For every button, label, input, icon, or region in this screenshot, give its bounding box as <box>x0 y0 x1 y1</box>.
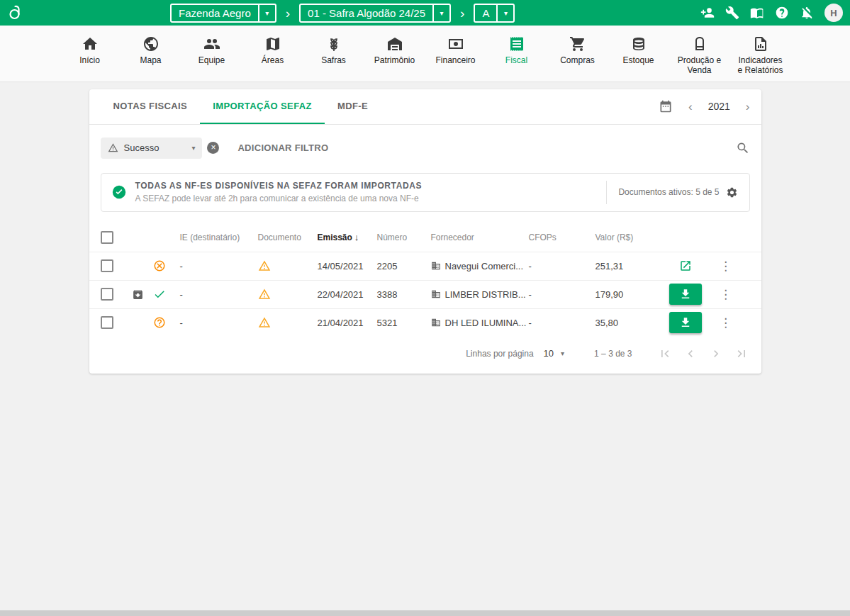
cell-cfops: - <box>529 289 595 300</box>
table-footer: Linhas por página 10 ▾ 1 – 3 de 3 <box>89 337 761 372</box>
select-all-checkbox[interactable] <box>101 231 113 244</box>
pagination-controls <box>658 347 749 361</box>
nav-item-producao-venda[interactable]: Produção e Venda <box>674 35 725 76</box>
rows-per-page-caret-icon[interactable]: ▾ <box>561 349 564 357</box>
notifications-off-button[interactable] <box>800 6 814 20</box>
tab-mdfe[interactable]: MDF-E <box>325 89 381 124</box>
header-valor: Valor (R$) <box>595 233 659 242</box>
previous-page-button[interactable] <box>683 347 698 361</box>
invite-user-button[interactable] <box>700 6 715 20</box>
tab-importacao-sefaz[interactable]: IMPORTAÇÃO SEFAZ <box>200 89 325 124</box>
table-row: - 22/04/2021 3388 LIMBER DISTRIB... - 17… <box>89 280 761 308</box>
calendar-icon[interactable] <box>659 99 673 113</box>
knowledge-base-button[interactable] <box>750 6 764 20</box>
filter-bar: Sucesso ▾ × ADICIONAR FILTRO <box>89 125 761 169</box>
farm-selector-value: Fazenda Aegro <box>172 5 258 21</box>
cell-numero: 3388 <box>377 289 431 300</box>
cell-ie: - <box>180 318 258 328</box>
cell-emissao: 22/04/2021 <box>318 289 377 300</box>
header-numero: Número <box>377 233 431 242</box>
tools-button[interactable] <box>725 6 739 20</box>
nav-item-estoque[interactable]: Estoque <box>613 35 664 76</box>
nav-item-mapa[interactable]: Mapa <box>125 35 177 76</box>
nav-item-indicadores[interactable]: Indicadores e Relatórios <box>735 35 786 76</box>
status-filter-value: Sucesso <box>124 142 160 153</box>
tab-notas-fiscais[interactable]: NOTAS FISCAIS <box>101 89 201 124</box>
header-documento: Documento <box>258 233 318 242</box>
user-avatar[interactable]: H <box>824 4 843 22</box>
add-filter-button[interactable]: ADICIONAR FILTRO <box>237 142 328 153</box>
selected-year: 2021 <box>708 101 730 112</box>
silo-icon <box>691 35 708 52</box>
rows-per-page-value[interactable]: 10 <box>544 348 554 359</box>
clear-filter-button[interactable]: × <box>207 142 219 154</box>
cell-numero: 2205 <box>377 261 431 271</box>
cell-valor: 179,90 <box>595 289 659 300</box>
nav-item-equipe[interactable]: Equipe <box>186 35 237 76</box>
gear-icon[interactable] <box>726 186 738 198</box>
header-fornecedor: Fornecedor <box>431 233 529 242</box>
nav-item-inicio[interactable]: Início <box>65 35 116 76</box>
harvest-selector-value: 01 - Safra Algodão 24/25 <box>301 5 432 21</box>
more-options-icon[interactable]: ⋮ <box>720 315 732 330</box>
cell-cfops: - <box>529 261 595 271</box>
archived-icon <box>132 289 153 301</box>
warning-icon <box>108 142 118 153</box>
wheat-icon <box>325 35 342 52</box>
home-icon <box>82 35 99 52</box>
search-icon[interactable] <box>736 141 750 155</box>
row-checkbox[interactable] <box>101 259 113 272</box>
cell-emissao: 21/04/2021 <box>318 318 377 328</box>
nav-item-financeiro[interactable]: Financeiro <box>430 35 481 76</box>
first-page-button[interactable] <box>658 347 672 361</box>
report-icon <box>752 35 769 52</box>
table-row: - 21/04/2021 5321 DH LED ILUMINA... - 35… <box>89 308 761 337</box>
module-nav: Início Mapa Equipe Áreas Safras Patrimôn… <box>0 26 850 82</box>
chip-caret-down-icon: ▾ <box>191 144 195 152</box>
more-options-icon[interactable]: ⋮ <box>720 287 732 302</box>
nav-item-patrimonio[interactable]: Patrimônio <box>369 35 420 76</box>
status-filter-chip[interactable]: Sucesso ▾ <box>101 138 203 159</box>
cell-fornecedor: Navegui Comerci... <box>431 261 529 271</box>
cell-ie: - <box>180 261 258 271</box>
previous-year-button[interactable]: ‹ <box>688 101 693 113</box>
nav-item-compras[interactable]: Compras <box>552 35 603 76</box>
next-page-button[interactable] <box>709 347 723 361</box>
pagination-range: 1 – 3 de 3 <box>594 349 632 359</box>
help-button[interactable] <box>775 6 789 20</box>
nav-item-fiscal[interactable]: Fiscal <box>491 35 542 76</box>
row-checkbox[interactable] <box>101 316 113 329</box>
field-selector[interactable]: A ▾ <box>474 4 515 23</box>
nav-item-safras[interactable]: Safras <box>308 35 359 76</box>
nav-item-areas[interactable]: Áreas <box>247 35 298 76</box>
cell-ie: - <box>180 289 258 300</box>
horizontal-scrollbar[interactable] <box>0 610 850 616</box>
building-icon <box>431 318 441 327</box>
header-emissao[interactable]: Emissão ↓ <box>318 232 377 242</box>
fiscal-card: NOTAS FISCAIS IMPORTAÇÃO SEFAZ MDF-E ‹ 2… <box>89 89 761 374</box>
table-header: IE (destinatário) Documento Emissão ↓ Nú… <box>89 223 761 252</box>
farm-selector[interactable]: Fazenda Aegro ▾ <box>170 4 276 23</box>
banner-title: TODAS AS NF-ES DISPONÍVEIS NA SEFAZ FORA… <box>135 181 423 191</box>
harvest-selector[interactable]: 01 - Safra Algodão 24/25 ▾ <box>299 4 451 23</box>
row-checkbox[interactable] <box>101 288 113 301</box>
document-warning-icon <box>258 259 318 272</box>
harvest-caret-down-icon: ▾ <box>432 5 449 21</box>
receipt-icon <box>508 35 525 52</box>
open-document-button[interactable] <box>679 259 692 272</box>
active-documents: Documentos ativos: 5 de 5 <box>606 181 739 204</box>
building-icon <box>431 261 441 271</box>
last-page-button[interactable] <box>734 347 749 361</box>
field-caret-down-icon: ▾ <box>496 5 513 21</box>
download-button[interactable] <box>669 284 702 305</box>
context-selectors: Fazenda Aegro ▾ › 01 - Safra Algodão 24/… <box>170 4 515 23</box>
download-button[interactable] <box>669 312 702 333</box>
check-circle-icon <box>111 184 127 200</box>
banner-texts: TODAS AS NF-ES DISPONÍVEIS NA SEFAZ FORA… <box>135 181 423 203</box>
next-year-button[interactable]: › <box>746 101 750 113</box>
sort-desc-icon: ↓ <box>354 232 359 242</box>
more-options-icon[interactable]: ⋮ <box>720 259 732 274</box>
aegro-logo-icon <box>7 4 24 21</box>
barn-icon <box>386 35 403 52</box>
cell-valor: 35,80 <box>595 318 659 328</box>
